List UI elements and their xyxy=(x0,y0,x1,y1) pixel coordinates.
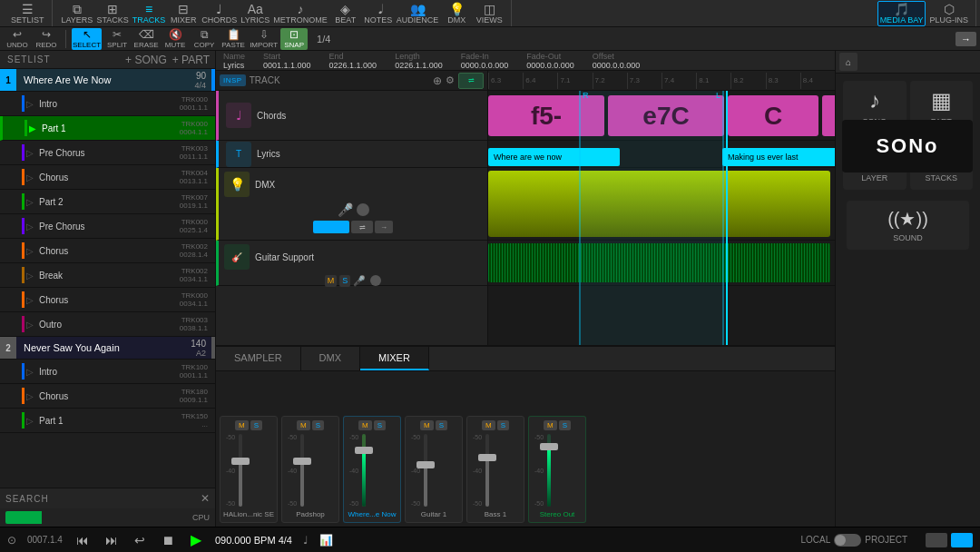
guitar1-solo-btn[interactable]: S xyxy=(436,420,447,430)
goto-end-btn[interactable]: ⏭ xyxy=(103,533,121,547)
dmx-block[interactable] xyxy=(488,171,830,237)
beat-btn[interactable]: ◈ BEAT xyxy=(329,1,362,26)
add-track-btn[interactable]: ⊕ xyxy=(433,74,442,87)
stereoout-mute-btn[interactable]: M xyxy=(544,420,557,430)
chord-block-a2c[interactable]: A2C xyxy=(822,95,835,136)
redo-btn[interactable]: ↪ REDO xyxy=(33,28,60,50)
metronome-btn[interactable]: ♪ METRONOME xyxy=(271,1,329,26)
lyric-block-1[interactable]: Where are we now xyxy=(488,148,620,166)
guitar-mic-icon[interactable]: 🎤 xyxy=(353,275,366,287)
dmx-btn[interactable]: 💡 DMX xyxy=(440,1,473,26)
guitar1-mute-btn[interactable]: M xyxy=(420,420,434,430)
media-bay-btn[interactable]: 🎵 MEDIA BAY xyxy=(877,1,926,26)
part-intro-1[interactable]: ▷ Intro TRK0000001.1.1 xyxy=(0,92,215,116)
tracks-btn[interactable]: ≡ TRACKS xyxy=(131,1,168,26)
select-tool-btn[interactable]: ↖ SELECT xyxy=(72,28,102,50)
chords-btn[interactable]: ♩ CHORDS xyxy=(200,1,239,26)
dmx-tab[interactable]: DMX xyxy=(301,347,360,370)
stop-btn[interactable]: ⏹ xyxy=(159,533,177,547)
guitar-mute-btn[interactable]: M xyxy=(325,275,338,287)
part-prechorus-2[interactable]: ▷ Pre Chorus TRK0000025.1.4 xyxy=(0,214,215,239)
guitar-solo-btn[interactable]: S xyxy=(339,275,350,287)
dmx-loop-btn[interactable]: ⇌ xyxy=(351,221,373,233)
undo-btn[interactable]: ↩ UNDO xyxy=(4,28,31,50)
insp-button[interactable]: INSP xyxy=(220,74,246,86)
chart-btn[interactable]: 📊 xyxy=(319,534,333,547)
wherenow-mute-btn[interactable]: M xyxy=(358,420,372,430)
mixer-tab[interactable]: MIXER xyxy=(360,347,429,370)
chord-block-f5[interactable]: f5- xyxy=(488,95,604,136)
bass1-fader-handle[interactable] xyxy=(478,454,496,461)
views-btn[interactable]: ◫ VIEWS xyxy=(473,1,505,26)
stacks-btn[interactable]: ⊞ STACKS xyxy=(94,1,130,26)
part-chorus-3[interactable]: ▷ Chorus TRK0000034.1.1 xyxy=(0,288,215,312)
part-break[interactable]: ▷ Break TRK0020034.1.1 xyxy=(0,263,215,288)
media-sound-item[interactable]: ((★)) SOUND xyxy=(847,201,970,250)
info-fadein: Fade-In 0000.0.0.000 xyxy=(461,52,509,70)
part-song2-part1[interactable]: ▷ Part 1 TRK150... xyxy=(0,409,215,433)
audience-btn[interactable]: 👥 AUDIENCE xyxy=(395,1,441,26)
part-chorus-2[interactable]: ▷ Chorus TRK0020028.1.4 xyxy=(0,239,215,263)
guitar-waveform[interactable] xyxy=(488,243,830,282)
add-part-btn[interactable]: + PART xyxy=(171,52,211,68)
part-chorus-1[interactable]: ▷ Chorus TRK0040013.1.1 xyxy=(0,165,215,190)
part-song2-chorus[interactable]: ▷ Chorus TRK1800009.1.1 xyxy=(0,384,215,409)
halion-mute-btn[interactable]: M xyxy=(235,420,249,430)
snap-tool-btn[interactable]: ⊡ SNAP xyxy=(280,28,308,50)
dmx-mic-icon[interactable]: 🎤 xyxy=(338,202,353,217)
track-settings-btn[interactable]: ⚙ xyxy=(446,74,455,86)
search-close-btn[interactable]: ✕ xyxy=(201,492,210,505)
add-song-btn[interactable]: + SONG xyxy=(123,52,169,68)
local-project-switch[interactable] xyxy=(834,534,861,547)
notes-btn[interactable]: 𝅘𝅥 NOTES xyxy=(362,1,395,26)
layers-btn[interactable]: ⧉ LAYERS xyxy=(60,1,95,26)
part-outro[interactable]: ▷ Outro TRK0030038.1.1 xyxy=(0,312,215,337)
part-song2-intro[interactable]: ▷ Intro TRK1000001.1.1 xyxy=(0,360,215,384)
wherenow-fader-handle[interactable] xyxy=(355,447,373,454)
sampler-tab[interactable]: SAMPLER xyxy=(216,347,301,370)
copy-tool-btn[interactable]: ⧉ COPY xyxy=(191,28,218,50)
song-item-2[interactable]: 2 Never Saw You Again 140 A2 xyxy=(0,337,215,360)
part-prechorus-1[interactable]: ▷ Pre Chorus TRK0030011.1.1 xyxy=(0,141,215,165)
import-tool-btn[interactable]: ⇩ IMPORT xyxy=(249,28,279,50)
paste-tool-btn[interactable]: 📋 PASTE xyxy=(220,28,247,50)
dmx-dot-btn[interactable] xyxy=(357,203,369,216)
stereoout-solo-btn[interactable]: S xyxy=(559,420,571,430)
view-toggle-2[interactable] xyxy=(951,533,973,547)
halion-solo-btn[interactable]: S xyxy=(250,420,262,430)
wherenow-solo-btn[interactable]: S xyxy=(374,420,386,430)
dmx-play-range[interactable] xyxy=(313,221,349,233)
dmx-export-btn[interactable]: → xyxy=(375,221,393,233)
part-name-part1: Part 1 xyxy=(42,123,180,133)
view-toggle-1[interactable] xyxy=(926,533,947,547)
play-btn[interactable]: ▶ xyxy=(188,531,204,548)
part-part1[interactable]: ▶ Part 1 TRK0000004.1.1 xyxy=(0,116,215,141)
mute-tool-btn[interactable]: 🔇 MUTE xyxy=(162,28,189,50)
plugins-btn[interactable]: ⬡ PLUG-INS xyxy=(927,1,970,26)
bass1-mute-btn[interactable]: M xyxy=(482,420,495,430)
loop-toggle-btn[interactable]: ⇌ xyxy=(458,73,484,89)
halion-fader-handle[interactable] xyxy=(231,458,250,465)
arrow-right-btn[interactable]: → xyxy=(956,32,976,46)
erase-tool-btn[interactable]: ⌫ ERASE xyxy=(132,28,160,50)
lyric-block-2[interactable]: Making us ever last xyxy=(722,148,835,166)
split-tool-btn[interactable]: ✂ SPLIT xyxy=(103,28,131,50)
setlist-btn[interactable]: ☰ SETLIST xyxy=(9,1,46,26)
bass1-solo-btn[interactable]: S xyxy=(497,420,509,430)
padshop-fader-handle[interactable] xyxy=(293,458,311,465)
media-home-btn[interactable]: ⌂ xyxy=(839,53,858,71)
goto-start-btn[interactable]: ⏮ xyxy=(74,533,92,547)
lyrics-btn[interactable]: Aa LYRICS xyxy=(239,1,271,26)
chord-block-c[interactable]: C xyxy=(728,95,818,136)
song-item-1[interactable]: 1 Where Are We Now 90 4/4 xyxy=(0,69,215,92)
guitar-dot-btn[interactable] xyxy=(370,275,381,286)
chord-block-e7c[interactable]: e7C xyxy=(608,95,724,136)
stereoout-fader-handle[interactable] xyxy=(540,443,558,450)
mixer-btn[interactable]: ⊟ MIXER xyxy=(167,1,200,26)
status-icon[interactable]: ⊙ xyxy=(7,534,16,547)
padshop-solo-btn[interactable]: S xyxy=(312,420,324,430)
part-part2[interactable]: ▷ Part 2 TRK0070019.1.1 xyxy=(0,190,215,214)
guitar1-fader-handle[interactable] xyxy=(416,461,435,468)
rewind-btn[interactable]: ↩ xyxy=(132,533,148,547)
padshop-mute-btn[interactable]: M xyxy=(297,420,310,430)
